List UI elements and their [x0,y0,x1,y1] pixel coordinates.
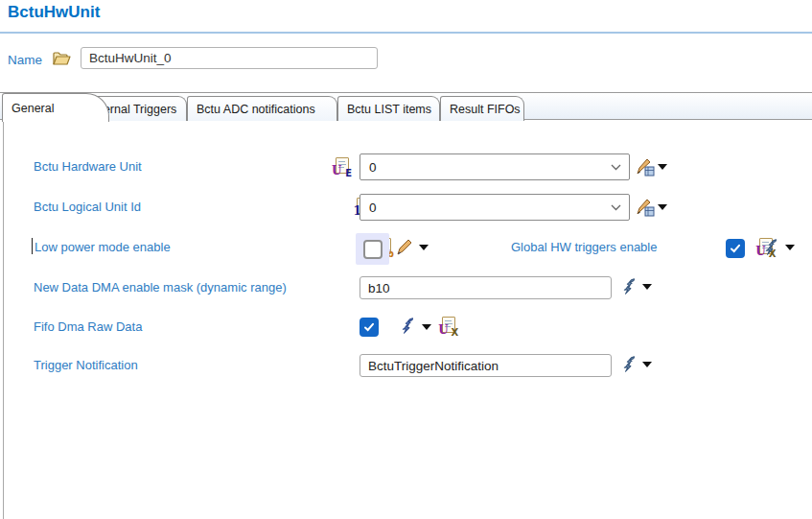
low-power-mode-enable-checkbox[interactable] [363,240,383,259]
fifo-dma-raw-data-label: Fifo Dma Raw Data [34,319,142,334]
tab-bctu-adc-notifications[interactable]: Bctu ADC notifications [187,96,337,121]
bctu-logical-unit-id-label: Bctu Logical Unit Id [34,200,141,214]
global-hw-triggers-enable-label: Global HW triggers enable [511,240,657,254]
derived-value-icon[interactable] [398,317,416,339]
page-title: BctuHwUnit [8,3,100,22]
derived-value-dropdown-arrow[interactable] [642,362,652,367]
edit-value-icon[interactable] [635,156,656,181]
check-icon [363,321,375,333]
name-label: Name [8,53,42,67]
uint-parameter-icon: U E [333,157,350,175]
tab-result-fifos[interactable]: Result FIFOs [440,96,524,121]
combo-value: 0 [369,201,377,215]
new-data-dma-enable-mask-label: New Data DMA enable mask (dynamic range) [34,280,287,295]
trigger-notification-label: Trigger Notification [34,358,138,372]
derived-value-dropdown-arrow[interactable] [642,284,652,290]
open-folder-icon [52,50,72,71]
checkbox-focus-highlight [356,233,389,265]
edit-pencil-icon[interactable] [394,237,415,262]
derived-value-icon[interactable] [761,238,779,260]
tab-bctu-list-items[interactable]: Bctu LIST items [337,96,440,121]
combo-chevron-icon [611,164,621,171]
bctu-hardware-unit-label: Bctu Hardware Unit [34,159,142,174]
derived-value-icon[interactable] [619,277,638,299]
tab-strip: General Internal Triggers Bctu ADC notif… [0,92,812,120]
check-icon [730,243,741,254]
name-input[interactable] [81,47,378,69]
tab-content-border [3,120,4,519]
combo-value: 0 [369,160,377,175]
derived-value-dropdown-arrow[interactable] [422,324,431,330]
edit-value-dropdown-arrow[interactable] [658,204,667,210]
bctu-hardware-unit-combo[interactable]: 0 [360,153,630,180]
derived-value-icon[interactable] [619,355,638,377]
low-power-mode-enable-label: Low power mode enable [35,240,171,254]
edit-value-icon[interactable] [635,197,656,222]
global-hw-triggers-enable-checkbox[interactable] [726,239,745,258]
new-data-dma-enable-mask-input[interactable] [360,276,612,299]
tab-general[interactable]: General [2,93,109,122]
text-cursor [32,238,33,254]
bctu-logical-unit-id-combo[interactable]: 0 [360,194,630,221]
trigger-notification-input[interactable] [360,354,612,377]
combo-chevron-icon [611,204,621,211]
fifo-dma-raw-data-checkbox[interactable] [360,318,379,337]
derived-value-dropdown-arrow[interactable] [785,245,795,250]
bool-parameter-icon: U X [439,317,456,334]
edit-value-dropdown-arrow[interactable] [658,164,667,170]
header-divider [0,32,812,34]
edit-pencil-dropdown-arrow[interactable] [419,245,429,250]
